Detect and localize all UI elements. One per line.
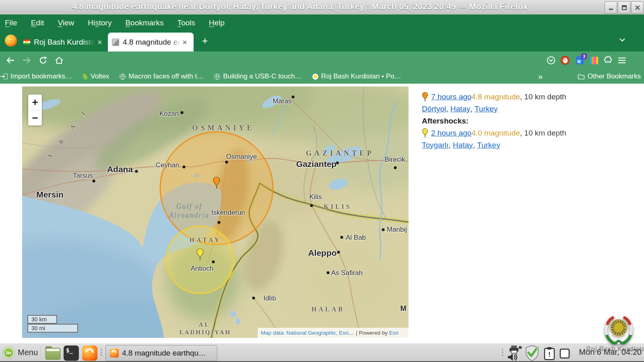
mint-menu-icon[interactable]: lm (3, 347, 14, 358)
firefox-launcher[interactable] (82, 346, 97, 361)
tab-list-button[interactable] (618, 37, 626, 44)
tab-label-fade (83, 33, 95, 51)
menu-view[interactable]: View (58, 19, 74, 27)
volume-tray-icon[interactable] (506, 353, 522, 362)
file-manager-launcher[interactable] (45, 346, 60, 360)
tab-close-icon[interactable]: × (97, 38, 102, 46)
other-bookmarks-button[interactable]: Other Bookmarks (578, 72, 641, 80)
extensions-button[interactable] (603, 55, 613, 66)
home-button[interactable] (54, 55, 64, 66)
map-zoom-out-button[interactable]: − (28, 110, 42, 125)
back-button[interactable] (5, 55, 16, 66)
links-separator: , (449, 141, 453, 150)
bookmark-item[interactable]: Import bookmarks… (3, 72, 72, 80)
app-menu-button[interactable] (617, 55, 627, 66)
reload-icon (39, 56, 47, 65)
aftershock-row: 2 hours ago 4.0 magnitude , 10 km depth (422, 127, 639, 139)
location-link[interactable]: Turkey (477, 141, 500, 150)
tab-close-icon[interactable]: × (182, 38, 187, 46)
menu-edit[interactable]: Edit (31, 19, 44, 27)
menu-button[interactable]: Menu (18, 348, 38, 357)
location-link[interactable]: Dörtyol (422, 105, 446, 113)
navigation-toolbar: https://earthquaketrack.com/quakes/2023-… (0, 51, 644, 69)
pocket-button[interactable] (546, 55, 556, 66)
folder-icon (578, 74, 585, 80)
menu-bookmarks[interactable]: Bookmarks (125, 19, 163, 27)
map-city-dot (181, 111, 184, 114)
duckduckgo-icon (561, 56, 570, 65)
tab-roj-bash-kurdistan[interactable]: Roj Bash Kurdista × (19, 33, 107, 51)
new-tab-button[interactable]: + (199, 35, 211, 47)
leaf-icon (82, 73, 88, 80)
map-region-label: HALAB (312, 306, 345, 313)
location-link[interactable]: Turkey (475, 105, 497, 113)
map-sea-label: Gulf of (176, 202, 202, 211)
taskbar-window-button[interactable]: 4.8 magnitude earthqu… (105, 345, 217, 361)
window-tray-icon[interactable] (559, 348, 571, 360)
watermark-text: Roj Bash Kurdistan (586, 346, 644, 353)
map-zoom-control: + − (28, 95, 42, 125)
pocket-icon (547, 56, 555, 65)
extension-badge: 3 (581, 53, 587, 59)
clipboard-alert-tray-icon[interactable]: ! (543, 347, 555, 360)
globe-icon (120, 74, 126, 80)
map-city-label: Kilis (309, 193, 322, 201)
esri-link[interactable]: Esri (389, 330, 398, 336)
tab-earthquake-active[interactable]: 4.8 magnitude ea × (108, 33, 194, 51)
update-manager-tray-icon[interactable] (523, 344, 541, 362)
earthquake-map[interactable]: OSMANIYEGAZIANTEPKILISHATAYHALABALLADHIQ… (22, 86, 409, 338)
links-separator: , (473, 141, 477, 150)
puzzle-piece-icon (603, 56, 613, 65)
menu-help[interactable]: Help (209, 19, 225, 27)
containers-extension-button[interactable] (589, 55, 599, 66)
map-city-label: Aleppo (308, 248, 336, 258)
duckduckgo-extension-button[interactable] (560, 55, 570, 66)
bookmark-item[interactable]: Voltex (83, 72, 109, 80)
map-data-link[interactable]: Map data: National Geographic, Esri,... (261, 330, 355, 336)
back-icon (6, 56, 15, 65)
map-region-label: GAZIANTEP (306, 149, 374, 158)
menu-bar: FileEditViewHistoryBookmarksToolsHelp (0, 14, 644, 31)
close-icon (634, 4, 641, 11)
map-region-label: OSMANIYE (192, 124, 254, 132)
menu-history[interactable]: History (88, 19, 111, 27)
reload-button[interactable] (38, 55, 48, 66)
menu-file[interactable]: File (5, 19, 17, 27)
map-zoom-in-button[interactable]: + (28, 95, 42, 110)
map-region-label: HATAY (190, 237, 221, 244)
mainshock-magnitude: 4.8 magnitude (471, 93, 520, 101)
firefox-icon (110, 349, 119, 358)
earthquaketrack-favicon (112, 39, 119, 46)
map-attribution: Map data: National Geographic, Esri,... … (258, 328, 409, 338)
forward-button[interactable] (21, 55, 32, 66)
window-title: 4.8 magnitude earthquake near Dörtyol, H… (0, 2, 600, 11)
links-separator: , (446, 105, 450, 113)
terminal-launcher[interactable]: $_ (64, 346, 79, 361)
map-city-label: Birecik (384, 156, 405, 164)
menu-tools[interactable]: Tools (177, 19, 195, 27)
bookmark-item[interactable]: Roj Bash Kurdistan • Po… (312, 72, 401, 80)
import-icon (3, 74, 8, 79)
close-button[interactable] (631, 1, 644, 14)
home-icon (54, 56, 64, 65)
kurdistan-emblem-watermark (599, 315, 638, 346)
terminal-glyph: $_ (66, 347, 73, 354)
maximize-button[interactable] (618, 1, 630, 14)
bookmark-item[interactable]: Building a USB-C touch… (214, 72, 302, 80)
map-city-dot (183, 166, 186, 169)
aftershock-pin-icon[interactable] (196, 248, 204, 261)
extension-button-badge[interactable]: 3 (575, 55, 585, 66)
tray-handle (502, 349, 504, 356)
bookmarks-overflow-button[interactable]: » (538, 72, 543, 81)
bookmark-item[interactable]: Macron faces off with t… (120, 72, 204, 80)
location-link[interactable]: Hatay (450, 105, 471, 113)
aftershock-time-link[interactable]: 2 hours ago (431, 129, 471, 138)
mainshock-time-link[interactable]: 7 hours ago (431, 93, 471, 101)
taskbar: lm Menu $_ 4.8 magnitude earthqu… (0, 343, 644, 362)
svg-text:!: ! (548, 351, 551, 358)
location-link[interactable]: Hatay (453, 141, 473, 150)
minimize-button[interactable] (605, 1, 617, 14)
mainshock-pin-icon[interactable] (213, 177, 221, 189)
location-link[interactable]: Toygarlı (422, 141, 449, 150)
map-city-label: Kozan (159, 110, 179, 118)
